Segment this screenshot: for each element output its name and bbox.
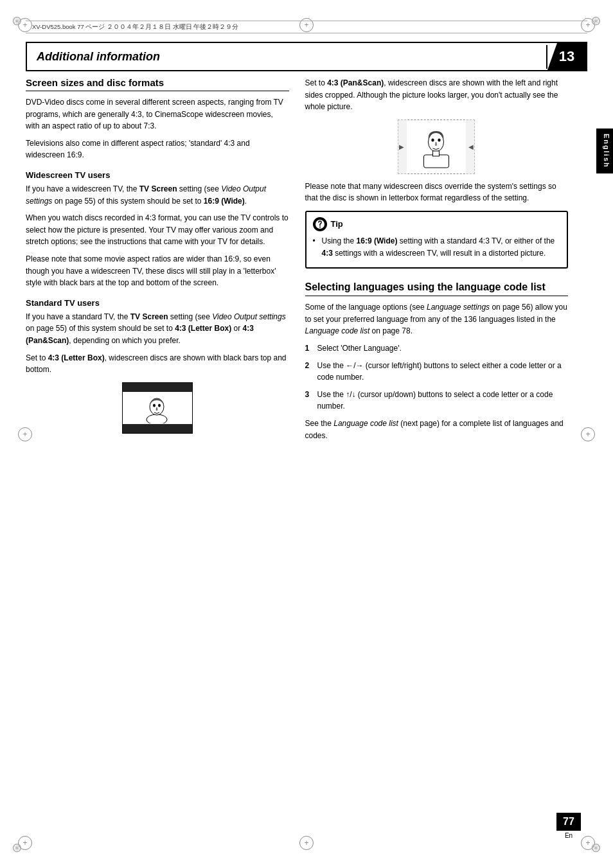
- svg-point-7: [438, 138, 441, 141]
- right-p1: Set to 4:3 (Pan&Scan), widescreen discs …: [305, 77, 569, 113]
- page-footer: 77 En: [556, 813, 581, 839]
- side-mark-right: [581, 427, 595, 441]
- panscan-person-area: [407, 120, 466, 174]
- step-1: 1 Select 'Other Language'.: [305, 342, 569, 355]
- tip-title: Tip: [331, 219, 343, 229]
- panscan-image-container: ▶ ◀: [305, 120, 569, 174]
- widescreen-p3: Please note that some movie aspect ratio…: [26, 253, 289, 289]
- chapter-header-section: Additional information 13: [26, 42, 587, 71]
- arrow-left: ▶: [399, 143, 404, 150]
- right-column: Set to 4:3 (Pan&Scan), widescreen discs …: [305, 77, 569, 447]
- tip-list: Using the 16:9 (Wide) setting with a sta…: [313, 235, 561, 259]
- svg-point-6: [432, 138, 434, 141]
- page-sub: En: [556, 832, 581, 839]
- spiral-tl: ⊛: [12, 13, 22, 28]
- widescreen-p2: When you watch discs recorded in 4:3 for…: [26, 212, 289, 248]
- svg-rect-8: [433, 151, 440, 156]
- person-svg: [139, 393, 175, 423]
- standard-p1: If you have a standard TV, the TV Screen…: [26, 311, 289, 347]
- arrow-right: ◀: [468, 143, 474, 150]
- widescreen-title: Widescreen TV users: [26, 170, 289, 180]
- right-p2: Please note that many widescreen discs o…: [305, 181, 569, 204]
- step-1-text: Select 'Other Language'.: [317, 342, 402, 355]
- black-bar-top: [123, 383, 192, 392]
- step-3-num: 3: [305, 389, 314, 412]
- left-column: Screen sizes and disc formats DVD-Video …: [26, 77, 289, 447]
- content-area: Screen sizes and disc formats DVD-Video …: [26, 77, 568, 447]
- black-bar-bottom: [123, 424, 192, 433]
- standard-title: Standard TV users: [26, 298, 289, 308]
- bottom-mark-center: [299, 836, 314, 850]
- step-3-text: Use the ↑/↓ (cursor up/down) buttons to …: [317, 389, 569, 412]
- page-number: 77: [556, 813, 581, 831]
- section1-intro: DVD-Video discs come in several differen…: [26, 96, 289, 132]
- top-bar-text: XV-DV525.book 77 ページ ２００４年２月１８日 水曜日 午後２時…: [32, 23, 238, 31]
- spiral-tr: ⊛: [591, 13, 601, 28]
- step-2-num: 2: [305, 360, 314, 384]
- step3-extra: See the Language code list (next page) f…: [305, 418, 569, 441]
- two-column-layout: Screen sizes and disc formats DVD-Video …: [26, 77, 568, 447]
- chapter-header: Additional information 13: [26, 42, 587, 71]
- section1-intro2: Televisions also come in different aspec…: [26, 137, 289, 161]
- section1-title: Screen sizes and disc formats: [26, 77, 289, 91]
- step-2-text: Use the ←/→ (cursor left/right) buttons …: [317, 360, 569, 384]
- step-1-num: 1: [305, 342, 314, 355]
- panscan-person-svg: [414, 123, 459, 171]
- panscan-image: ▶ ◀: [398, 120, 475, 174]
- steps-list: 1 Select 'Other Language'. 2 Use the ←/→…: [305, 342, 569, 412]
- chapter-number: 13: [547, 43, 586, 70]
- svg-point-2: [153, 403, 155, 407]
- spiral-br: ⊛: [591, 840, 601, 855]
- chapter-title: Additional information: [27, 45, 547, 69]
- person-area: [123, 392, 192, 424]
- svg-point-3: [158, 403, 161, 407]
- top-bar: XV-DV525.book 77 ページ ２００４年２月１８日 水曜日 午後２時…: [26, 21, 587, 33]
- section2-intro: Some of the language options (see Langua…: [305, 301, 569, 337]
- spiral-bl: ⊛: [12, 840, 22, 855]
- section2-title: Selecting languages using the language c…: [305, 281, 569, 296]
- widescreen-p1: If you have a widescreen TV, the TV Scre…: [26, 183, 289, 207]
- letterbox-image-container: [26, 382, 289, 434]
- step-3: 3 Use the ↑/↓ (cursor up/down) buttons t…: [305, 389, 569, 412]
- tip-item-1: Using the 16:9 (Wide) setting with a sta…: [313, 235, 561, 259]
- svg-point-10: [319, 226, 321, 227]
- tip-box: Tip Using the 16:9 (Wide) setting with a…: [305, 211, 569, 269]
- standard-p2: Set to 4:3 (Letter Box), widescreen disc…: [26, 352, 289, 376]
- step-2: 2 Use the ←/→ (cursor left/right) button…: [305, 360, 569, 384]
- svg-point-0: [147, 414, 167, 423]
- letterbox-image: [122, 382, 193, 434]
- svg-rect-4: [424, 155, 449, 168]
- english-tab: English: [596, 128, 613, 173]
- tip-header: Tip: [313, 217, 561, 231]
- tip-icon: [313, 217, 327, 231]
